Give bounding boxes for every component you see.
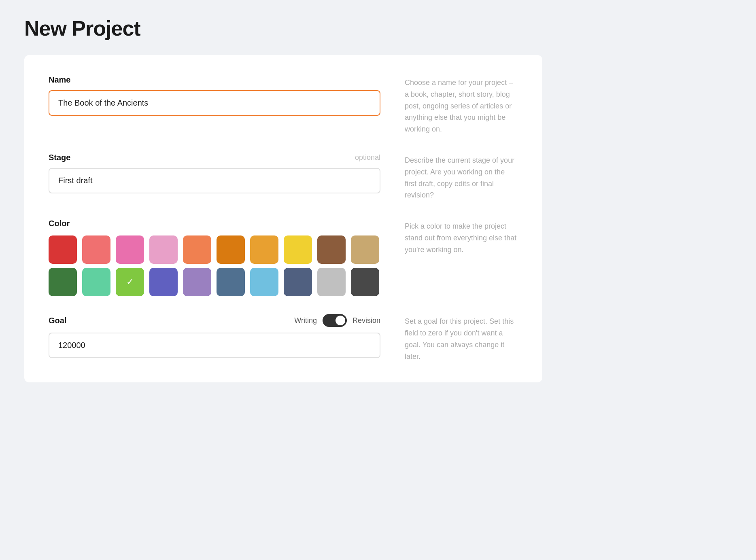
color-swatch-brown[interactable] [317,235,346,264]
stage-label-row: Stage optional [49,153,380,162]
toggle-writing-label: Writing [294,316,317,325]
color-swatch-purple[interactable] [149,268,178,296]
stage-input[interactable] [49,168,380,193]
page-title: New Project [24,16,732,40]
name-row: Name Choose a name for your project – a … [49,75,518,135]
goal-input[interactable] [49,333,380,358]
color-swatch-peach[interactable] [183,235,211,264]
color-swatch-lime-green[interactable]: ✓ [116,268,144,296]
color-swatch-light-gray[interactable] [317,268,346,296]
goal-label: Goal [49,316,66,325]
color-swatch-dark-gray[interactable] [351,268,379,296]
stage-label: Stage [49,153,70,162]
goal-toggle-group: Writing Revision [294,314,380,327]
toggle-track [323,314,347,327]
toggle-thumb [336,316,345,325]
color-swatch-mint[interactable] [82,268,110,296]
stage-hint: Describe the current stage of your proje… [380,153,518,201]
color-swatch-light-pink[interactable] [149,235,178,264]
name-label: Name [49,75,380,85]
color-grid: ✓ [49,235,380,296]
stage-field-container: Stage optional [49,153,380,193]
color-row: Color ✓ [49,219,518,296]
goal-row: Goal Writing Revision Set a goal for thi… [49,314,518,362]
color-swatch-red[interactable] [49,235,77,264]
color-swatch-tan[interactable] [351,235,379,264]
name-field-container: Name [49,75,380,116]
goal-hint: Set a goal for this project. Set this fi… [380,314,518,362]
color-field-container: Color ✓ [49,219,380,296]
color-swatch-yellow[interactable] [284,235,312,264]
color-swatch-orange[interactable] [217,235,245,264]
color-swatch-amber[interactable] [250,235,278,264]
color-swatch-salmon[interactable] [82,235,110,264]
name-hint: Choose a name for your project – a book,… [380,75,518,135]
name-input[interactable] [49,90,380,116]
goal-field-container: Goal Writing Revision [49,314,380,358]
goal-toggle-switch[interactable] [323,314,347,327]
color-swatch-lavender[interactable] [183,268,211,296]
color-hint: Pick a color to make the project stand o… [380,219,518,255]
toggle-revision-label: Revision [353,316,380,325]
goal-header: Goal Writing Revision [49,314,380,327]
color-swatch-sky-blue[interactable] [250,268,278,296]
color-swatch-dark-green[interactable] [49,268,77,296]
form-card: Name Choose a name for your project – a … [24,55,542,382]
color-swatch-slate-blue[interactable] [217,268,245,296]
color-swatch-steel-blue[interactable] [284,268,312,296]
color-label: Color [49,219,380,228]
color-swatch-pink[interactable] [116,235,144,264]
stage-optional: optional [355,153,380,162]
stage-row: Stage optional Describe the current stag… [49,153,518,201]
